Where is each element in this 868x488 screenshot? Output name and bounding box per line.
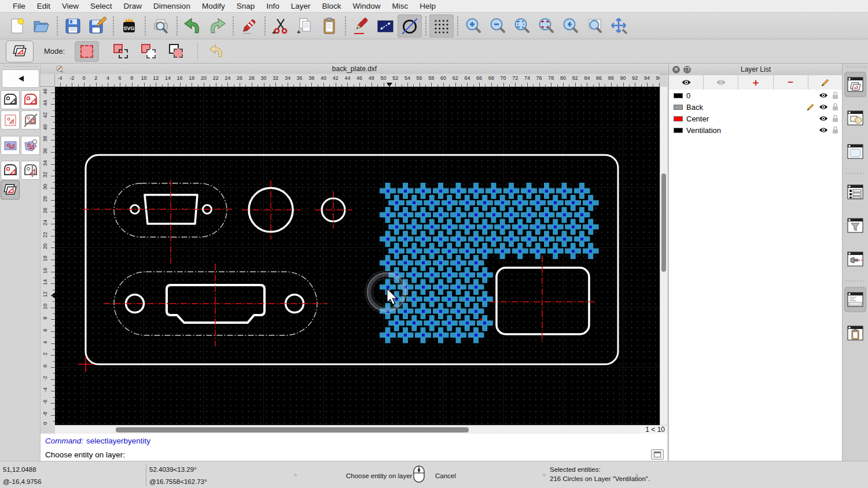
ventilation-hole[interactable] [494,195,510,211]
open-file-button[interactable] [29,14,53,38]
ventilation-hole[interactable] [459,219,475,235]
panel-drag-handle[interactable] [3,65,37,68]
menu-block[interactable]: Block [317,2,347,10]
ventilation-hole[interactable] [468,327,484,343]
select-layer-button[interactable] [1,180,20,199]
drawing-canvas[interactable] [55,87,660,425]
ventilation-hole[interactable] [442,267,458,283]
menu-misc[interactable]: Misc [387,2,414,10]
mode-subtract-button[interactable] [137,41,161,62]
cut-button[interactable]: + [269,14,293,38]
print-preview-button[interactable] [149,14,173,38]
ventilation-hole[interactable] [406,195,422,211]
current-tool-button[interactable] [6,40,34,62]
add-layer-button[interactable]: ＋ [738,75,773,90]
select-intersected-button[interactable] [21,161,40,180]
layer-visibility-toggle[interactable] [819,127,828,134]
select-contour-button[interactable] [1,90,20,109]
ventilation-hole[interactable] [529,243,546,259]
layer-row-ventilation[interactable]: Ventilation [669,124,843,136]
ventilation-hole[interactable] [512,243,528,259]
ventilation-hole[interactable] [574,231,590,247]
ventilation-hole[interactable] [529,195,546,211]
svg-export-button[interactable]: SVG [117,14,141,38]
ventilation-hole[interactable] [380,207,396,223]
menu-select[interactable]: Select [84,2,118,10]
menu-help[interactable]: Help [414,2,442,10]
ventilation-hole[interactable] [459,315,475,331]
layer-row-center[interactable]: Center [669,113,843,124]
ventilation-hole[interactable] [415,183,431,199]
revert-selection-button[interactable] [204,41,229,62]
ventilation-hole[interactable] [433,207,449,223]
layer-list-toggle[interactable] [844,72,866,97]
menu-modify[interactable]: Modify [196,2,231,10]
delete-button[interactable] [237,14,261,38]
menu-info[interactable]: Info [260,2,285,10]
ventilation-hole[interactable] [565,195,581,211]
ventilation-hole[interactable] [477,267,493,283]
ventilation-hole[interactable] [433,327,449,343]
layer-lock-toggle[interactable] [832,103,838,111]
ventilation-hole[interactable] [388,219,404,235]
ventilation-hole[interactable] [503,183,520,199]
ventilation-hole[interactable] [442,219,458,235]
ventilation-hole[interactable] [424,219,440,235]
zoom-in-button[interactable] [461,14,486,38]
edit-layer-button[interactable] [808,75,843,90]
menu-window[interactable]: Window [347,2,387,10]
zoom-previous-button[interactable] [558,14,583,38]
ventilation-hole[interactable] [468,183,484,199]
ventilation-hole[interactable] [398,183,414,199]
ventilation-hole[interactable] [477,291,493,307]
auto-zoom-button[interactable] [510,14,534,38]
ventilation-hole[interactable] [583,219,599,235]
panel-drag-handle[interactable] [846,66,865,68]
menu-layer[interactable]: Layer [285,2,317,10]
copy-button[interactable]: + [293,14,317,38]
ventilation-hole[interactable] [424,267,440,283]
layer-lock-toggle[interactable] [832,126,838,134]
back-button[interactable] [2,69,39,88]
close-panel-button[interactable]: ✕ [672,66,680,73]
zoom-window-button[interactable] [583,14,607,38]
ventilation-hole[interactable] [442,243,458,259]
deselect-all-button[interactable] [21,110,40,130]
ventilation-hole[interactable] [459,291,475,307]
command-detach-button[interactable] [651,449,664,460]
ventilation-hole[interactable] [477,195,493,211]
ventilation-hole[interactable] [556,183,572,199]
remove-layer-button[interactable]: − [774,75,808,90]
ventilation-hole[interactable] [433,279,449,295]
ventilation-hole[interactable] [521,207,537,223]
ventilation-hole[interactable] [503,231,520,247]
hide-all-layers-button[interactable] [704,75,738,90]
ventilation-hole[interactable] [442,195,458,211]
ventilation-hole[interactable] [494,243,510,259]
ventilation-hole[interactable] [388,195,404,211]
layer-lock-toggle[interactable] [832,91,838,99]
ventilation-hole[interactable] [556,207,572,223]
ventilation-hole[interactable] [477,315,493,331]
select-window-box-button[interactable] [1,136,20,155]
ventilation-hole[interactable] [521,183,537,199]
ventilation-hole[interactable] [459,243,475,259]
ventilation-hole[interactable] [477,219,493,235]
ventilation-hole[interactable] [433,255,449,271]
ventilation-hole[interactable] [398,231,414,247]
ventilation-hole[interactable] [424,315,440,331]
deselect-contour-button[interactable] [21,90,40,109]
pan-button[interactable] [607,14,631,38]
ventilation-hole[interactable] [433,231,449,247]
property-list-toggle[interactable] [844,179,866,205]
ventilation-hole[interactable] [380,183,396,199]
deselect-window-box-button[interactable] [21,136,40,155]
show-all-layers-button[interactable] [669,75,704,90]
vertical-scrollbar-thumb[interactable] [661,173,666,272]
command-line-toggle[interactable] [844,287,866,312]
ventilation-hole[interactable] [512,219,528,235]
menu-snap[interactable]: Snap [231,2,261,10]
ventilation-hole[interactable] [468,303,484,319]
layer-row-0[interactable]: 0 [669,90,843,101]
horizontal-scrollbar-thumb[interactable] [116,427,469,432]
